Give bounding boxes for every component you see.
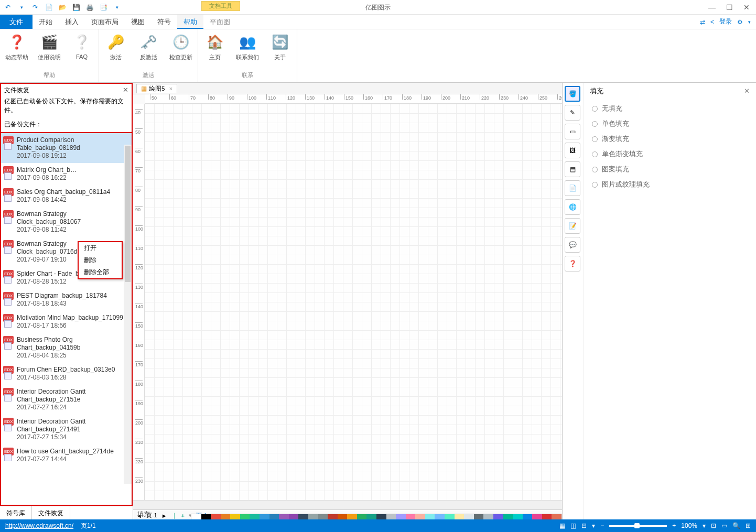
fill-option-2[interactable]: 渐变填充 [590, 132, 750, 147]
fit-width-icon[interactable]: ▭ [721, 522, 727, 529]
ribbon-btn-激活-0[interactable]: 🔑激活 [103, 32, 128, 61]
recovery-item[interactable]: EDXPEST Diagram_backup_1817842017-08-18 … [1, 289, 132, 311]
zoom-slider[interactable] [609, 525, 667, 527]
undo-icon[interactable]: ↶ [3, 3, 13, 12]
ribbon-btn-帮助-0[interactable]: ❓动态帮助 [4, 32, 29, 61]
page-add-icon[interactable]: + [181, 513, 185, 519]
settings-gear-icon[interactable]: ⚙ [737, 18, 743, 26]
fill-panel: 🪣 ✎ ▭ 🖼 ▤ 📄 🌐 📝 💬 ❓ 填充 ✕ 无填充单色填充渐变填充单色渐变… [562, 83, 756, 521]
ftab-fill-icon[interactable]: 🪣 [565, 86, 580, 102]
view-mode-1-icon[interactable]: ▦ [559, 522, 565, 529]
ftab-comment-icon[interactable]: 💬 [565, 237, 580, 253]
ftab-picture-icon[interactable]: 🖼 [565, 143, 580, 158]
ribbon-btn-联系-2[interactable]: 🔄关于 [267, 32, 293, 61]
fill-option-4[interactable]: 图案填充 [590, 162, 750, 177]
ribbon-btn-帮助-1[interactable]: 🎬使用说明 [37, 32, 62, 61]
menu-insert[interactable]: 插入 [59, 15, 85, 29]
fill-panel-close-icon[interactable]: ✕ [744, 87, 750, 96]
menu-view[interactable]: 视图 [125, 15, 151, 29]
undo-dropdown-icon[interactable]: ▾ [17, 3, 26, 12]
export-icon[interactable]: 📑 [99, 3, 108, 12]
recovery-item[interactable]: EDXMotivation Mind Map_backup_1710992017… [1, 311, 132, 333]
ctx-open[interactable]: 打开 [79, 242, 122, 254]
close-button[interactable]: ✕ [743, 3, 750, 12]
ctx-delete[interactable]: 删除 [79, 254, 122, 266]
feedback-icon[interactable]: ⇄ [700, 18, 705, 26]
fill-option-5[interactable]: 图片或纹理填充 [590, 177, 750, 192]
ftab-globe-icon[interactable]: 🌐 [565, 199, 580, 215]
ftab-edit-icon[interactable]: 📝 [565, 218, 580, 234]
ribbon-btn-联系-0[interactable]: 🏠主页 [202, 32, 228, 61]
horizontal-scrollbar[interactable] [133, 500, 562, 509]
ruler-tick: 260 [557, 94, 562, 100]
tab-symbol-library[interactable]: 符号库 [0, 506, 32, 521]
recovery-item[interactable]: EDXMatrix Org Chart_b…2017-09-08 16:22 [1, 163, 132, 185]
fit-page-icon[interactable]: ⊡ [711, 522, 716, 529]
grid-icon[interactable]: ⊞ [746, 522, 751, 529]
menu-file[interactable]: 文件 [0, 15, 33, 29]
ctx-delete-all[interactable]: 删除全部 [79, 266, 122, 278]
ftab-help-icon[interactable]: ❓ [565, 256, 580, 272]
recovery-scrollbar[interactable] [124, 145, 132, 484]
ftab-layer-icon[interactable]: ▤ [565, 161, 580, 177]
print-icon[interactable]: 🖨️ [85, 3, 94, 12]
ruler-tick: 150 [344, 94, 353, 100]
zoom-out-button[interactable]: − [600, 522, 604, 529]
fill-option-label: 单色渐变填充 [602, 150, 643, 159]
doc-tab-close-icon[interactable]: × [169, 85, 172, 92]
recovery-close-button[interactable]: ✕ [123, 86, 128, 95]
ribbon-btn-帮助-2[interactable]: ❔FAQ [69, 32, 94, 61]
page-nav-next-icon[interactable]: ► [161, 513, 167, 519]
recovery-item-name: Sales Org Chart_backup_0811a4 [17, 188, 127, 196]
view-mode-2-icon[interactable]: ◫ [570, 522, 576, 529]
save-icon[interactable]: 💾 [71, 3, 81, 12]
fill-option-3[interactable]: 单色渐变填充 [590, 147, 750, 162]
view-dropdown-icon[interactable]: ▾ [592, 522, 595, 529]
ftab-text-icon[interactable]: 📄 [565, 180, 580, 196]
fill-option-label: 图案填充 [602, 165, 629, 174]
ftab-shadow-icon[interactable]: ▭ [565, 124, 580, 139]
ribbon-btn-激活-1[interactable]: 🗝️反激活 [136, 32, 161, 61]
workspace: 文件恢复 ✕ 亿图已自动备份以下文件。保存你需要的文件。 已备份文件： EDXP… [0, 83, 756, 521]
drawing-canvas[interactable] [145, 104, 562, 500]
maximize-button[interactable]: ☐ [726, 3, 733, 12]
minimize-button[interactable]: — [708, 3, 716, 12]
open-icon[interactable]: 📂 [58, 3, 67, 12]
zoom-in-button[interactable]: + [672, 522, 676, 529]
recovery-item[interactable]: EDXProduct Comparison Table_backup_08189… [1, 133, 132, 163]
tab-file-recovery[interactable]: 文件恢复 [32, 506, 70, 521]
canvas-body: 4050607080901001101201301401501601701801… [133, 104, 562, 500]
share-icon[interactable]: < [710, 18, 714, 26]
new-icon[interactable]: 📄 [44, 3, 53, 12]
ruler-tick: 220 [480, 94, 489, 100]
recovery-item[interactable]: EDXBowman Strategy Clock_backup_08106720… [1, 207, 132, 237]
file-thumb-icon [4, 372, 12, 379]
menu-start[interactable]: 开始 [33, 15, 59, 29]
fill-option-0[interactable]: 无填充 [590, 101, 750, 116]
recovery-item[interactable]: EDXHow to use Gantt_backup_2714de2017-07… [1, 444, 132, 466]
document-tab[interactable]: ▦ 绘图5 × [136, 84, 177, 93]
ribbon-btn-联系-1[interactable]: 👥联系我们 [235, 32, 260, 61]
menu-help[interactable]: 帮助 [177, 15, 203, 29]
menu-symbol[interactable]: 符号 [151, 15, 177, 29]
status-url[interactable]: http://www.edrawsoft.cn/ [5, 522, 73, 529]
qat-dropdown-icon[interactable]: ▾ [112, 3, 122, 12]
login-link[interactable]: 登录 [719, 17, 732, 26]
file-thumb-icon [4, 276, 12, 284]
menu-plan[interactable]: 平面图 [203, 15, 236, 29]
menu-page-layout[interactable]: 页面布局 [85, 15, 125, 29]
view-mode-3-icon[interactable]: ⊟ [581, 522, 587, 529]
redo-icon[interactable]: ↷ [30, 3, 40, 12]
recovery-item[interactable]: EDXBusiness Photo Org Chart_backup_04159… [1, 333, 132, 363]
ribbon-btn-激活-2[interactable]: 🕒检查更新 [168, 32, 193, 61]
settings-dropdown-icon[interactable]: ▾ [748, 19, 751, 25]
recovery-item[interactable]: EDXInterior Decoration Gantt Chart_backu… [1, 385, 132, 415]
fill-option-1[interactable]: 单色填充 [590, 116, 750, 132]
recovery-item[interactable]: EDXForum Chen ERD_backup_0313e02017-08-0… [1, 363, 132, 385]
find-icon[interactable]: 🔍 [732, 522, 740, 529]
zoom-dropdown-icon[interactable]: ▾ [703, 522, 706, 529]
fill-option-label: 渐变填充 [602, 135, 629, 144]
recovery-item[interactable]: EDXInterior Decoration Gantt Chart_backu… [1, 415, 132, 444]
recovery-item[interactable]: EDXSales Org Chart_backup_0811a42017-09-… [1, 185, 132, 207]
ftab-line-icon[interactable]: ✎ [565, 105, 580, 121]
